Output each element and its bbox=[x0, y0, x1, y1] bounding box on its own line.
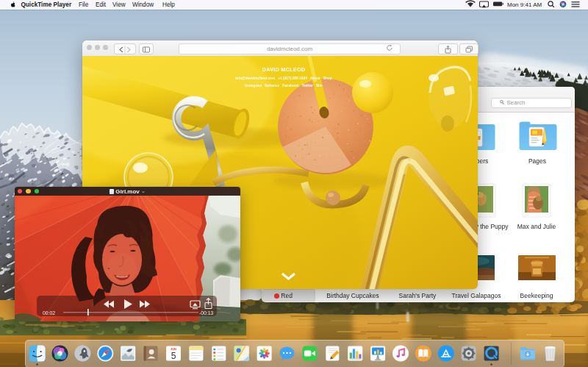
svg-text:Instagram Behance Facebook: Instagram Behance Facebook Twitter Site bbox=[245, 84, 323, 88]
svg-text:Pages: Pages bbox=[528, 157, 546, 165]
svg-text:5: 5 bbox=[171, 351, 176, 361]
svg-text:00:02: 00:02 bbox=[43, 310, 55, 316]
svg-text:info@davidmcleod.com +1 (917: info@davidmcleod.com +1 (917) 285-1684 A… bbox=[235, 76, 331, 80]
svg-text:Max and Julie: Max and Julie bbox=[517, 223, 556, 230]
svg-text:-00:13: -00:13 bbox=[199, 310, 213, 316]
svg-text:DAVID MCLEOD: DAVID MCLEOD bbox=[262, 66, 306, 73]
